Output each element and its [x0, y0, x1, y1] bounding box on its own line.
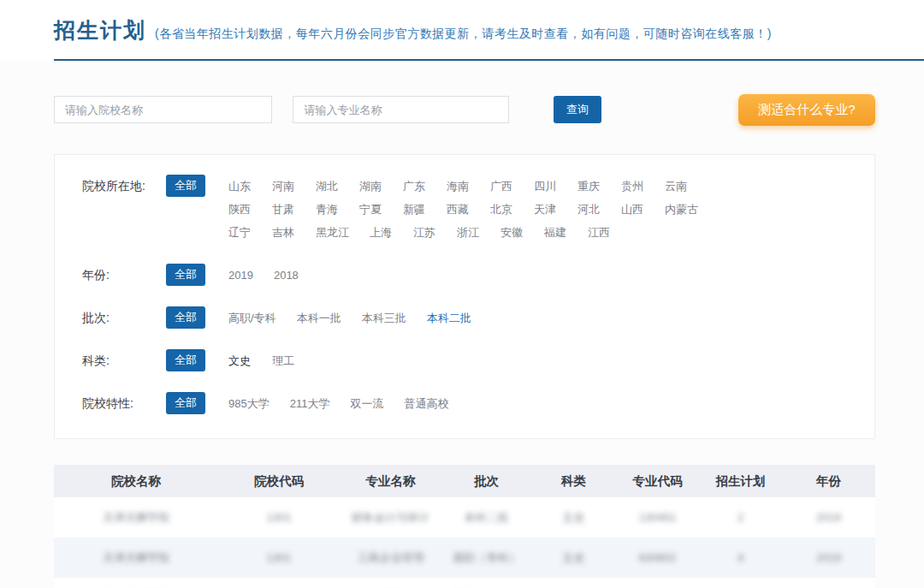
- filter-option[interactable]: 吉林: [272, 222, 295, 244]
- filter-option[interactable]: 文史: [228, 350, 252, 372]
- filter-option[interactable]: 江西: [588, 222, 611, 244]
- table-cell: 4: [699, 538, 782, 578]
- filter-option[interactable]: 福建: [544, 222, 567, 244]
- filter-option[interactable]: 天津: [534, 199, 557, 221]
- plan-table: 院校名称院校代码专业名称批次科类专业代码招生计划年份 天津天狮学院1301财务会…: [54, 465, 875, 588]
- column-header: 科类: [531, 465, 616, 497]
- table-row: 天津天狮学院1301市场营销高职（专科）文史63050222019: [54, 578, 875, 588]
- column-header: 院校代码: [218, 465, 340, 497]
- filter-option[interactable]: 辽宁: [228, 222, 252, 244]
- filter-option[interactable]: 江苏: [413, 222, 436, 244]
- filter-option[interactable]: 本科一批: [297, 307, 341, 330]
- title-row: 招生计划 (各省当年招生计划数据，每年六月份会同步官方数据更新，请考生及时查看，…: [54, 16, 924, 45]
- filter-options-batch: 高职/专科本科一批本科三批本科二批: [228, 306, 492, 330]
- filter-row-location: 院校所在地:全部山东河南湖北湖南广东海南广西四川重庆贵州云南陕西甘肃青海宁夏新疆…: [82, 175, 874, 244]
- main-content: 查询 测适合什么专业? 院校所在地:全部山东河南湖北湖南广东海南广西四川重庆贵州…: [0, 96, 924, 588]
- table-cell: 1301: [218, 538, 340, 578]
- filter-option[interactable]: 河南: [272, 175, 295, 198]
- major-name-input[interactable]: [293, 96, 509, 123]
- filter-option[interactable]: 陕西: [228, 199, 252, 221]
- table-cell: 天津天狮学院: [54, 497, 218, 538]
- search-row: 查询 测适合什么专业?: [54, 96, 924, 127]
- table-cell: 2: [699, 497, 782, 538]
- filter-row-subject: 科类:全部文史理工: [82, 349, 874, 372]
- filter-option[interactable]: 青海: [316, 199, 339, 221]
- table-cell: 2019: [782, 538, 875, 578]
- filter-option[interactable]: 双一流: [350, 393, 383, 415]
- filter-option[interactable]: 新疆: [403, 199, 426, 221]
- table-cell: 高职（专科）: [441, 538, 531, 578]
- filter-option[interactable]: 海南: [447, 175, 470, 198]
- major-test-button[interactable]: 测适合什么专业?: [738, 94, 875, 126]
- header-divider: [54, 59, 924, 61]
- table-cell: 天津天狮学院: [54, 578, 218, 588]
- filter-label-subject: 科类:: [82, 349, 166, 372]
- filter-option[interactable]: 河北: [578, 199, 601, 221]
- table-cell: 财务会计与审计: [340, 497, 441, 538]
- page-header: 招生计划 (各省当年招生计划数据，每年六月份会同步官方数据更新，请考生及时查看，…: [0, 0, 924, 61]
- filter-option[interactable]: 985大学: [228, 393, 270, 415]
- query-button[interactable]: 查询: [554, 96, 601, 123]
- filter-option[interactable]: 上海: [370, 222, 393, 244]
- filter-option[interactable]: 2018: [274, 264, 299, 287]
- filter-option[interactable]: 本科三批: [362, 307, 406, 330]
- filter-option-line: 20192018: [228, 264, 319, 287]
- filter-option[interactable]: 高职/专科: [228, 307, 276, 330]
- filter-all-button-location[interactable]: 全部: [166, 175, 205, 197]
- table-row: 天津天狮学院1301工商企业管理高职（专科）文史63060242019: [54, 538, 875, 578]
- filter-options-location: 山东河南湖北湖南广东海南广西四川重庆贵州云南陕西甘肃青海宁夏新疆西藏北京天津河北…: [228, 175, 719, 244]
- table-cell: 文史: [531, 497, 616, 538]
- table-cell: 2019: [782, 497, 875, 538]
- filter-option[interactable]: 湖南: [359, 175, 382, 198]
- filter-option[interactable]: 理工: [272, 350, 295, 372]
- filter-option[interactable]: 宁夏: [359, 199, 382, 221]
- filter-option[interactable]: 重庆: [578, 175, 601, 198]
- filter-row-year: 年份:全部20192018: [82, 264, 874, 287]
- table-cell: 工商企业管理: [340, 538, 441, 578]
- filter-option[interactable]: 云南: [665, 175, 688, 198]
- filter-option[interactable]: 黑龙江: [316, 222, 349, 244]
- filter-option-line: 高职/专科本科一批本科三批本科二批: [228, 306, 492, 330]
- filter-option[interactable]: 普通高校: [404, 393, 448, 415]
- table-cell: 天津天狮学院: [54, 538, 218, 578]
- filter-option[interactable]: 211大学: [290, 393, 330, 415]
- school-name-input[interactable]: [54, 96, 272, 123]
- filter-label-location: 院校所在地:: [82, 175, 166, 244]
- filter-option-line: 陕西甘肃青海宁夏新疆西藏北京天津河北山西内蒙古: [228, 198, 719, 221]
- filter-option[interactable]: 山西: [621, 199, 644, 221]
- filter-option-line: 文史理工: [228, 349, 316, 372]
- filter-option[interactable]: 山东: [228, 175, 252, 198]
- filter-option[interactable]: 广西: [490, 175, 513, 198]
- table-cell: 130451: [616, 497, 699, 538]
- table-cell: 市场营销: [340, 578, 441, 588]
- table-cell: 630502: [616, 578, 699, 588]
- filter-options-year: 20192018: [228, 264, 319, 287]
- filter-all-button-batch[interactable]: 全部: [166, 306, 205, 329]
- filter-option[interactable]: 2019: [228, 264, 253, 287]
- filter-option[interactable]: 甘肃: [272, 199, 295, 221]
- column-header: 院校名称: [54, 465, 218, 497]
- plan-table-head: 院校名称院校代码专业名称批次科类专业代码招生计划年份: [54, 465, 875, 497]
- filter-panel: 院校所在地:全部山东河南湖北湖南广东海南广西四川重庆贵州云南陕西甘肃青海宁夏新疆…: [54, 154, 875, 439]
- filter-option[interactable]: 浙江: [457, 222, 480, 244]
- filter-option[interactable]: 北京: [490, 199, 513, 221]
- filter-option[interactable]: 安徽: [500, 222, 524, 244]
- filter-row-batch: 批次:全部高职/专科本科一批本科三批本科二批: [82, 306, 874, 330]
- column-header: 招生计划: [699, 465, 782, 497]
- table-cell: 文史: [531, 538, 616, 578]
- filter-label-batch: 批次:: [82, 306, 166, 330]
- table-cell: 2019: [782, 578, 875, 588]
- filter-option[interactable]: 四川: [534, 175, 557, 198]
- filter-all-button-subject[interactable]: 全部: [166, 349, 205, 371]
- page-subtitle: (各省当年招生计划数据，每年六月份会同步官方数据更新，请考生及时查看，如有问题，…: [155, 27, 772, 42]
- filter-option[interactable]: 湖北: [316, 175, 339, 198]
- filter-all-button-feature[interactable]: 全部: [166, 392, 205, 414]
- filter-option[interactable]: 广东: [403, 175, 426, 198]
- filter-option-line: 985大学211大学双一流普通高校: [228, 392, 469, 415]
- filter-option[interactable]: 贵州: [621, 175, 644, 198]
- filter-option[interactable]: 西藏: [447, 199, 470, 221]
- filter-option[interactable]: 内蒙古: [665, 199, 698, 221]
- filter-option[interactable]: 本科二批: [427, 307, 471, 330]
- filter-all-button-year[interactable]: 全部: [166, 264, 205, 286]
- filter-options-feature: 985大学211大学双一流普通高校: [228, 392, 469, 415]
